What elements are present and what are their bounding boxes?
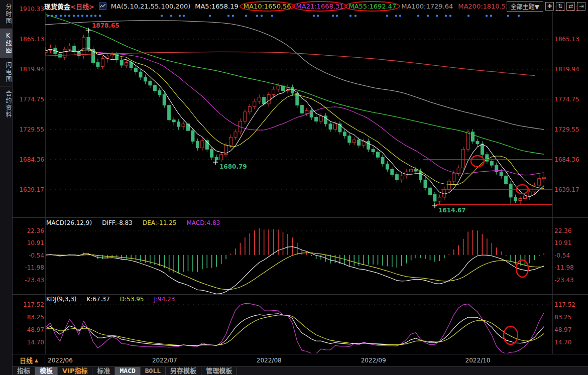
sidebar-tab-闪电图[interactable]: 闪电图 <box>0 58 13 86</box>
bottom-toolbar: 指标模板VIP指标标准MACDBOLL另存模板管理模板 <box>13 366 588 375</box>
ma-value-label: MA100:1729.64 <box>401 3 453 10</box>
toolbar-tab-VIP指标[interactable]: VIP指标 <box>58 367 92 375</box>
kdj-values: K:67.37D:53.95J:94.23 <box>82 296 180 303</box>
panel-divider <box>13 217 588 218</box>
trading-app-window: 分时图K线图闪电图合约资料 现货黄金<日线> MA(5,10,21,55,100… <box>0 0 588 375</box>
ma-value-label: MA200:1810.51 <box>458 3 510 10</box>
symbol-label: 现货黄金 <box>44 3 70 11</box>
macd-value-label: MACD:4.83 <box>186 219 220 226</box>
toolbar-tab-管理模板[interactable]: 管理模板 <box>201 367 237 375</box>
axis-divider <box>13 354 588 354</box>
scale-horizontal-icon[interactable]: ⇄ <box>566 2 575 11</box>
toolbar-tab-BOLL[interactable]: BOLL <box>141 367 166 375</box>
chart-canvas[interactable] <box>0 0 588 375</box>
toolbar-tab-标准[interactable]: 标准 <box>92 367 115 375</box>
toolbar-tab-另存模板[interactable]: 另存模板 <box>166 367 201 375</box>
scale-vertical-icon[interactable]: ⇅ <box>556 2 564 11</box>
kdj-value-label: K:67.37 <box>87 296 110 303</box>
macd-title: MACD(26,12,9) <box>46 219 92 226</box>
kline-icon[interactable] <box>99 3 106 10</box>
ma-value-label: MA21:1668.31 <box>296 3 344 10</box>
window-tool-icons: ✚⇅⇄⇥ <box>545 2 585 11</box>
ma-values: MA5:1658.19MA10:1650.56MA21:1668.31MA55:… <box>195 3 510 10</box>
toolbar-tab-模板[interactable]: 模板 <box>35 367 58 375</box>
chart-header: 现货黄金<日线> MA(5,10,21,55,100,200) MA5:1658… <box>44 2 510 11</box>
theme-selector-button[interactable]: 全部主题▼ <box>507 1 543 12</box>
kdj-value-label: D:53.95 <box>120 296 144 303</box>
kdj-panel-header: KDJ(9,3,3)K:67.37D:53.95J:94.23 <box>46 296 185 303</box>
symbol-name: 现货黄金<日线> <box>44 2 94 11</box>
layout-grid-icon[interactable]: ✚ <box>545 2 554 11</box>
macd-value-label: DEA:-11.25 <box>143 219 177 226</box>
sidebar-tab-分时图[interactable]: 分时图 <box>0 0 13 28</box>
sidebar-tab-合约资料[interactable]: 合约资料 <box>0 86 13 122</box>
period-label: <日线> <box>70 3 94 11</box>
price-annotation-label: 1878.65 <box>92 22 120 29</box>
toolbar-tab-指标[interactable]: 指标 <box>13 367 35 375</box>
macd-values: DIFF:-8.83DEA:-11.25MACD:4.83 <box>97 219 225 226</box>
macd-panel-header: MACD(26,12,9)DIFF:-8.83DEA:-11.25MACD:4.… <box>46 219 230 226</box>
kdj-title: KDJ(9,3,3) <box>46 296 77 303</box>
price-annotation-label: 1680.79 <box>219 163 247 170</box>
ma-value-label: MA5:1658.19 <box>195 3 239 10</box>
ma-config-label: MA(5,10,21,55,100,200) <box>111 3 190 10</box>
sidebar: 分时图K线图闪电图合约资料 <box>0 0 13 375</box>
ma-value-label: MA10:1650.56 <box>244 3 291 10</box>
sidebar-tab-K线图[interactable]: K线图 <box>0 28 13 58</box>
toolbar-tab-MACD[interactable]: MACD <box>115 367 140 375</box>
panel-divider <box>13 294 588 295</box>
kdj-value-label: J:94.23 <box>154 296 175 303</box>
macd-value-label: DIFF:-8.83 <box>102 219 133 226</box>
header-controls: 全部主题▼ ✚⇅⇄⇥ <box>507 1 585 12</box>
price-annotation-label: 1614.67 <box>438 207 466 214</box>
ma-value-label: MA55:1692.47 <box>348 3 396 10</box>
pan-right-icon[interactable]: ⇥ <box>577 2 585 11</box>
